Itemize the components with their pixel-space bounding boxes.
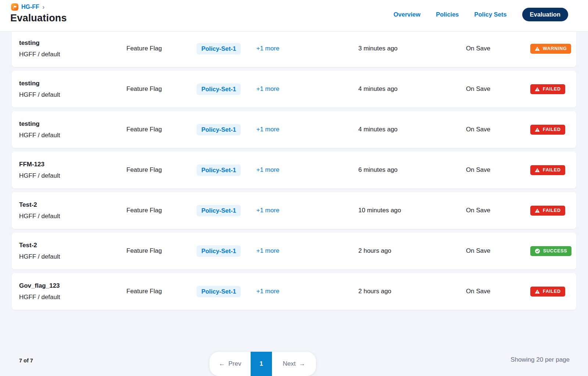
entity-scope: HGFF / default [19,253,126,260]
nav-policies[interactable]: Policies [436,11,459,18]
execution-cell: Policy-Set-1 +1 more [197,164,358,176]
policy-set-chip[interactable]: Policy-Set-1 [197,286,241,297]
action: On Save [466,126,520,133]
table-row[interactable]: Gov_flag_123 HGFF / default Feature Flag… [12,273,576,310]
action: On Save [466,207,520,214]
entity-cell: testing HGFF / default [19,120,126,139]
entity-type: Feature Flag [126,207,197,214]
status-cell: FAILED [520,165,570,175]
next-page-button[interactable]: Next → [272,352,316,376]
status-badge-label: FAILED [543,167,561,173]
nav-policy-sets[interactable]: Policy Sets [474,11,507,18]
status-badge-label: FAILED [543,86,561,92]
nav-overview[interactable]: Overview [394,11,420,18]
status-badge-label: WARNING [543,46,567,51]
execution-cell: Policy-Set-1 +1 more [197,245,358,257]
entity-cell: Gov_flag_123 HGFF / default [19,282,126,301]
more-policy-sets-link[interactable]: +1 more [256,45,279,52]
per-page-label: Showing 20 per page [510,356,570,363]
evaluated-on: 10 minutes ago [358,207,466,214]
pagination: ← Prev 1 Next → [209,352,316,376]
entity-cell: Test-2 HGFF / default [19,201,126,220]
top-nav: Overview Policies Policy Sets Evaluation [394,0,568,29]
more-policy-sets-link[interactable]: +1 more [256,85,279,93]
flag-glyph-icon [12,5,17,10]
arrow-left-icon: ← [219,360,225,368]
entity-name: FFM-123 [19,161,126,168]
status-cell: WARNING [520,44,571,54]
table-row[interactable]: testing HGFF / default Feature Flag Poli… [12,30,576,67]
action: On Save [466,247,520,255]
status-badge: FAILED [530,84,565,94]
table-row[interactable]: FFM-123 HGFF / default Feature Flag Poli… [12,152,576,188]
entity-type: Feature Flag [126,45,197,52]
more-policy-sets-link[interactable]: +1 more [256,207,279,214]
table-footer: 7 of 7 ← Prev 1 Next → Showing 20 per pa… [0,345,588,376]
more-policy-sets-link[interactable]: +1 more [256,166,279,174]
policy-set-chip[interactable]: Policy-Set-1 [197,164,241,176]
policy-set-chip[interactable]: Policy-Set-1 [197,43,241,54]
chevron-right-icon: › [42,4,44,10]
breadcrumb: HG-FF › [11,3,44,11]
table-row[interactable]: Test-2 HGFF / default Feature Flag Polic… [12,233,576,269]
arrow-right-icon: → [299,360,305,368]
results-count: 7 of 7 [19,358,33,363]
warning-triangle-icon [535,87,540,92]
status-badge: FAILED [530,206,565,216]
breadcrumb-project-link[interactable]: HG-FF [21,4,39,10]
warning-triangle-icon [535,168,540,173]
entity-type: Feature Flag [126,247,197,255]
entity-name: testing [19,39,126,47]
entity-scope: HGFF / default [19,51,126,58]
entity-scope: HGFF / default [19,294,126,301]
evaluations-page: HG-FF › Evaluations Overview Policies Po… [0,0,588,376]
table-row[interactable]: Test-2 HGFF / default Feature Flag Polic… [12,192,576,229]
entity-scope: HGFF / default [19,213,126,220]
check-circle-icon [535,248,540,254]
status-badge: SUCCESS [530,246,571,256]
policy-set-chip[interactable]: Policy-Set-1 [197,124,241,135]
table-row[interactable]: testing HGFF / default Feature Flag Poli… [12,71,576,107]
execution-cell: Policy-Set-1 +1 more [197,124,358,135]
more-policy-sets-link[interactable]: +1 more [256,126,279,133]
entity-type: Feature Flag [126,288,197,295]
page-header: HG-FF › Evaluations Overview Policies Po… [0,0,588,32]
evaluated-on: 2 hours ago [358,288,466,295]
entity-scope: HGFF / default [19,172,126,180]
more-policy-sets-link[interactable]: +1 more [256,288,279,295]
page-title: Evaluations [10,13,67,24]
table-row[interactable]: testing HGFF / default Feature Flag Poli… [12,111,576,148]
status-badge-label: FAILED [543,289,561,294]
execution-cell: Policy-Set-1 +1 more [197,286,358,297]
entity-name: testing [19,80,126,87]
entity-type: Feature Flag [126,85,197,93]
status-cell: SUCCESS [520,246,571,256]
policy-set-chip[interactable]: Policy-Set-1 [197,205,241,216]
action: On Save [466,288,520,295]
feature-flag-logo-icon [11,3,18,11]
evaluated-on: 4 minutes ago [358,126,466,133]
entity-name: Test-2 [19,242,126,249]
warning-triangle-icon [535,208,540,213]
status-badge-label: FAILED [543,127,561,132]
entity-name: Gov_flag_123 [19,282,126,290]
entity-cell: testing HGFF / default [19,80,126,99]
entity-name: testing [19,120,126,128]
status-cell: FAILED [520,287,570,297]
evaluated-on: 3 minutes ago [358,45,466,52]
policy-set-chip[interactable]: Policy-Set-1 [197,84,241,95]
evaluated-on: 6 minutes ago [358,166,466,174]
nav-evaluation[interactable]: Evaluation [522,8,568,21]
entity-name: Test-2 [19,201,126,209]
status-badge: FAILED [530,165,565,175]
status-cell: FAILED [520,84,570,94]
status-cell: FAILED [520,206,570,216]
policy-set-chip[interactable]: Policy-Set-1 [197,245,241,257]
status-badge: FAILED [530,125,565,135]
more-policy-sets-link[interactable]: +1 more [256,247,279,255]
page-1-button[interactable]: 1 [251,352,272,376]
entity-scope: HGFF / default [19,91,126,99]
execution-cell: Policy-Set-1 +1 more [197,84,358,95]
entity-cell: Test-2 HGFF / default [19,242,126,260]
prev-page-button[interactable]: ← Prev [209,352,251,376]
